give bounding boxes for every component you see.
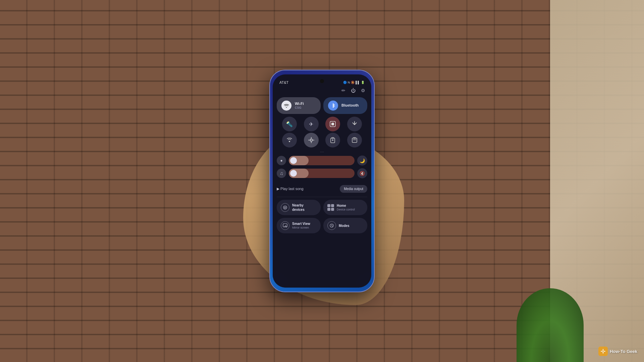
controls-row: ✏ ⏻ ⚙ [273, 86, 371, 96]
power-saving-tile[interactable] [347, 133, 362, 147]
svg-rect-1 [331, 123, 334, 125]
nearby-devices-icon [281, 203, 289, 212]
nearby-devices-text: Nearby devices [292, 203, 317, 212]
brightness-slider-track[interactable] [289, 156, 355, 165]
carrier-label: AT&T [279, 80, 288, 84]
home-dot-4 [331, 208, 334, 211]
volume-thumb[interactable] [290, 170, 297, 177]
brightness-slider-icon: ● [277, 156, 286, 165]
media-output-button[interactable]: Media output [340, 185, 367, 193]
svg-point-12 [283, 206, 287, 209]
data-saver-tile[interactable] [347, 117, 362, 131]
modes-tile[interactable]: Modes [323, 218, 367, 233]
home-tile[interactable]: Home Device control [323, 200, 367, 215]
background-plant [517, 288, 584, 362]
bluetooth-text: Bluetooth [341, 103, 359, 108]
bluetooth-status-icon: 🔵 [343, 81, 347, 84]
bluetooth-icon [328, 101, 338, 111]
camera-notch [320, 79, 324, 83]
watermark-label: How-To Geek [610, 349, 637, 354]
wifi-sublabel: CSG [295, 106, 304, 110]
phone-screen: AT&T 🔵 N 🔕 ▌▌ 🔋 ✏ ⏻ ⚙ [273, 74, 371, 288]
wifi-icon [281, 101, 291, 111]
svg-rect-9 [352, 138, 357, 142]
scroll-indicator: —— [273, 151, 371, 153]
smart-view-label: Smart View [292, 222, 310, 226]
nfc-status-icon: N [348, 81, 350, 84]
watermark: How-To Geek [598, 347, 637, 356]
signal-status-icon: ▌▌ [356, 81, 360, 84]
settings-icon[interactable]: ⚙ [361, 88, 365, 93]
smart-view-text: Smart View Mirror screen [292, 222, 310, 230]
home-label: Home [337, 203, 355, 208]
edit-icon[interactable]: ✏ [341, 88, 345, 93]
watermark-icon [598, 347, 608, 356]
wifi-label: Wi-Fi [295, 102, 304, 106]
night-mode-icon[interactable]: 🌙 [357, 156, 367, 166]
brightness-thumb[interactable] [290, 157, 297, 164]
brightness-slider-row: ● 🌙 [277, 156, 367, 166]
home-sublabel: Device control [337, 208, 355, 212]
play-last-song-button[interactable]: ▶ Play last song [277, 187, 304, 191]
mute-icon[interactable]: 🔇 [357, 168, 367, 178]
svg-point-17 [602, 351, 604, 352]
flashlight-tile[interactable]: 🔦 [282, 117, 297, 131]
smart-view-sublabel: Mirror screen [292, 226, 310, 230]
modes-label: Modes [339, 224, 350, 228]
small-tiles-row-1: 🔦 ✈ [277, 117, 367, 131]
wifi-text: Wi-Fi CSG [295, 102, 304, 110]
phone-frame: AT&T 🔵 N 🔕 ▌▌ 🔋 ✏ ⏻ ⚙ [270, 70, 374, 292]
home-grid-icon [327, 204, 334, 211]
brightness-tile[interactable] [304, 133, 319, 147]
main-tiles-section: Wi-Fi CSG Bluet [273, 96, 371, 150]
home-text: Home Device control [337, 203, 355, 212]
nearby-devices-label: Nearby devices [292, 203, 317, 212]
feature-tiles-section: Nearby devices H [273, 198, 371, 237]
bluetooth-tile[interactable]: Bluetooth [323, 97, 367, 114]
nearby-devices-tile[interactable]: Nearby devices [277, 200, 321, 215]
volume-slider-row: ♫ 🔇 [277, 168, 367, 178]
wifi-tile[interactable]: Wi-Fi CSG [277, 97, 321, 114]
home-dot-3 [327, 208, 330, 211]
wifi-bluetooth-row: Wi-Fi CSG Bluet [277, 97, 367, 114]
phone-hand-container: AT&T 🔵 N 🔕 ▌▌ 🔋 ✏ ⏻ ⚙ [270, 70, 374, 292]
modes-text: Modes [339, 224, 350, 228]
screen-record-tile[interactable] [325, 117, 340, 131]
status-icons: 🔵 N 🔕 ▌▌ 🔋 [343, 81, 365, 84]
volume-slider-icon: ♫ [277, 169, 286, 178]
home-dot-1 [327, 204, 330, 207]
sliders-section: ● 🌙 ♫ 🔇 [273, 154, 371, 183]
small-tiles-row-2 [277, 133, 367, 147]
feature-row-1: Nearby devices H [277, 200, 367, 215]
quick-settings-panel: AT&T 🔵 N 🔕 ▌▌ 🔋 ✏ ⏻ ⚙ [273, 74, 371, 288]
svg-point-13 [284, 207, 286, 208]
battery-saver-tile[interactable] [325, 133, 340, 147]
hotspot-tile[interactable] [282, 133, 297, 147]
home-dot-2 [331, 204, 334, 207]
feature-row-2: Smart View Mirror screen [277, 218, 367, 233]
media-row: ▶ Play last song Media output [273, 183, 371, 195]
divider-1 [277, 197, 367, 197]
power-icon[interactable]: ⏻ [351, 88, 356, 93]
modes-icon [327, 221, 336, 230]
bluetooth-label: Bluetooth [341, 103, 359, 108]
smart-view-icon [281, 221, 289, 230]
smart-view-tile[interactable]: Smart View Mirror screen [277, 218, 321, 233]
mute-status-icon: 🔕 [351, 81, 355, 84]
airplane-tile[interactable]: ✈ [304, 117, 319, 131]
svg-point-2 [310, 139, 312, 141]
battery-status-icon: 🔋 [361, 81, 365, 84]
volume-slider-track[interactable] [289, 169, 355, 178]
